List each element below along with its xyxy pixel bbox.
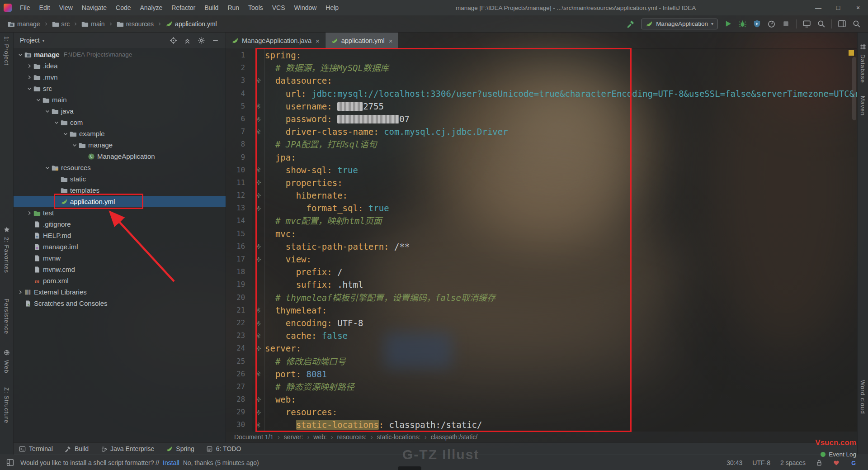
minimize-button[interactable]: — xyxy=(808,0,828,15)
idea-logo-icon xyxy=(4,4,12,12)
toolwindow-switcher-icon[interactable] xyxy=(6,459,14,466)
caret-position-widget[interactable]: 30:43 xyxy=(726,459,742,466)
gear-icon[interactable] xyxy=(198,37,205,44)
editor-breadcrumb-item[interactable]: Document 1/1 xyxy=(234,433,274,441)
g-plugin-icon[interactable]: G xyxy=(850,459,857,466)
menu-analyze[interactable]: Analyze xyxy=(136,0,167,15)
menu-navigate[interactable]: Navigate xyxy=(77,0,111,15)
editor-breadcrumb-item[interactable]: resources: xyxy=(337,433,367,441)
tree-item-manage[interactable]: manageF:\IDEA Projects\manage xyxy=(14,49,226,60)
line-number: 29 xyxy=(226,406,252,418)
breadcrumb-application.yml[interactable]: application.yml xyxy=(164,19,218,28)
tree-item-.idea[interactable]: .idea xyxy=(14,60,226,71)
code-editor[interactable]: 1spring:2 # 数据源，连接MySQL数据库3 datasource:4… xyxy=(226,49,857,432)
menu-vcs[interactable]: VCS xyxy=(268,0,290,15)
search-icon[interactable] xyxy=(852,19,861,28)
editor-tab-manageapplication.java[interactable]: ManageApplication.java× xyxy=(226,33,326,49)
editor-breadcrumb-item[interactable]: server: xyxy=(284,433,303,441)
hide-panel-icon[interactable] xyxy=(212,37,219,44)
tool-stripe-z-structure[interactable]: Z: Structure xyxy=(3,387,10,423)
menu-tools[interactable]: Tools xyxy=(244,0,268,15)
menu-code[interactable]: Code xyxy=(111,0,135,15)
indent-widget[interactable]: 2 spaces xyxy=(780,459,806,466)
gutter-spacer xyxy=(252,138,265,151)
monitor-icon[interactable] xyxy=(802,19,811,28)
menu-build[interactable]: Build xyxy=(200,0,223,15)
tool-stripe-persistence[interactable]: Persistence xyxy=(3,299,10,334)
lib-icon xyxy=(24,289,32,296)
readonly-lock-icon[interactable] xyxy=(816,459,823,466)
grid-icon xyxy=(859,43,866,50)
run-icon[interactable] xyxy=(724,19,732,28)
hammer-green-icon[interactable] xyxy=(627,19,635,28)
tree-item-src[interactable]: src xyxy=(14,83,226,94)
tool-stripe-maven[interactable]: Maven xyxy=(859,96,866,116)
tree-item-com[interactable]: com xyxy=(14,117,226,128)
code-line-7: 7 driver-class-name: com.mysql.cj.jdbc.D… xyxy=(226,125,857,138)
project-panel-title[interactable]: Project xyxy=(20,37,40,44)
maximize-button[interactable]: □ xyxy=(828,0,848,15)
heart-icon[interactable] xyxy=(833,459,840,466)
encoding-widget[interactable]: UTF-8 xyxy=(752,459,770,466)
collapse-all-icon[interactable] xyxy=(184,37,191,44)
event-log[interactable]: Event Log xyxy=(821,451,856,458)
tree-item-label: .gitignore xyxy=(43,220,71,228)
editor-tab-application.yml[interactable]: application.yml× xyxy=(326,33,399,49)
line-number: 21 xyxy=(226,304,252,317)
profiler-icon[interactable] xyxy=(767,19,776,28)
toolwindow-button-spring[interactable]: Spring xyxy=(166,445,194,452)
tree-item-templates[interactable]: templates xyxy=(14,185,226,196)
coverage-icon[interactable] xyxy=(753,19,761,28)
editor-scrollbar[interactable] xyxy=(852,57,856,120)
close-button[interactable]: × xyxy=(848,0,868,15)
tree-item-manage[interactable]: manage xyxy=(14,139,226,151)
tree-item-manageapplication[interactable]: CManageApplication xyxy=(14,151,226,162)
chevron-spacer xyxy=(80,153,88,160)
run-configuration-select[interactable]: ManageApplication▾ xyxy=(641,19,718,29)
folder-icon xyxy=(61,187,68,194)
breadcrumb-manage[interactable]: manage xyxy=(6,19,42,28)
editor-breadcrumb-item[interactable]: web: xyxy=(313,433,327,441)
menu-window[interactable]: Window xyxy=(290,0,321,15)
toolwindow-button-java-enterprise[interactable]: Java Enterprise xyxy=(100,445,154,452)
debug-icon[interactable] xyxy=(738,19,747,28)
menu-edit[interactable]: Edit xyxy=(35,0,55,15)
tool-stripe-database[interactable]: Database xyxy=(859,54,866,83)
tool-stripe-2-favorites[interactable]: 2: Favorites xyxy=(3,237,10,273)
tree-item-static[interactable]: static xyxy=(14,173,226,185)
tool-stripe-word-cloud[interactable]: Word cloud xyxy=(859,380,866,414)
tree-item-java[interactable]: java xyxy=(14,105,226,117)
editor-breadcrumb-item[interactable]: classpath:/static/ xyxy=(431,433,478,441)
menu-run[interactable]: Run xyxy=(223,0,244,15)
layout-icon[interactable] xyxy=(838,19,846,28)
locate-icon[interactable] xyxy=(170,37,177,44)
tree-item-main[interactable]: main xyxy=(14,94,226,105)
tree-item-.mvn[interactable]: .mvn xyxy=(14,71,226,83)
menu-help[interactable]: Help xyxy=(321,0,343,15)
toolwindow-button-terminal[interactable]: Terminal xyxy=(19,445,53,452)
code-text: cache: false xyxy=(265,329,348,342)
breadcrumb-src[interactable]: src xyxy=(51,19,71,28)
toolwindow-button-6-todo[interactable]: 6: TODO xyxy=(206,445,241,452)
install-link[interactable]: Install xyxy=(163,459,179,466)
find-icon[interactable] xyxy=(817,19,826,28)
tool-stripe-web[interactable]: Web xyxy=(3,360,10,374)
close-tab-icon[interactable]: × xyxy=(316,37,320,45)
chevron-down-icon[interactable]: ▾ xyxy=(42,38,45,43)
tree-item-scratches-and-consoles[interactable]: Scratches and Consoles xyxy=(14,298,226,309)
dismiss-link[interactable]: No, thanks (5 minutes ago) xyxy=(183,459,259,466)
line-number: 28 xyxy=(226,393,252,406)
menu-file[interactable]: File xyxy=(15,0,35,15)
editor-breadcrumb-item[interactable]: static-locations: xyxy=(377,433,420,441)
menu-view[interactable]: View xyxy=(55,0,77,15)
menu-refactor[interactable]: Refactor xyxy=(167,0,200,15)
breadcrumb-resources[interactable]: resources xyxy=(115,19,155,28)
breadcrumb-main[interactable]: main xyxy=(80,19,106,28)
tree-item-resources[interactable]: resources xyxy=(14,162,226,173)
chevron-closed-icon xyxy=(25,210,33,216)
toolwindow-button-build[interactable]: Build xyxy=(65,445,89,452)
tool-stripe-1-project[interactable]: 1: Project xyxy=(3,36,10,66)
close-tab-icon[interactable]: × xyxy=(389,37,393,45)
stop-icon[interactable] xyxy=(782,19,790,28)
tree-item-example[interactable]: example xyxy=(14,128,226,139)
